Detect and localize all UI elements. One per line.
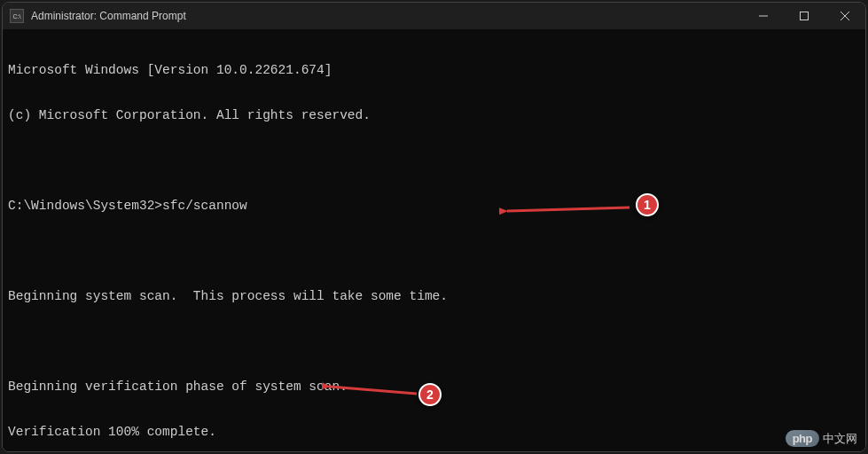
annotation-badge-1: 1 (636, 193, 659, 216)
close-button[interactable] (825, 3, 865, 29)
window-controls (743, 3, 865, 29)
annotation-badge-2: 2 (418, 383, 442, 406)
terminal-line (8, 153, 860, 168)
terminal-line (8, 334, 860, 349)
terminal-line: Verification 100% complete. (8, 425, 860, 440)
terminal-line: C:\Windows\System32>sfc/scannow (8, 199, 860, 214)
watermark: php 中文网 (786, 430, 857, 447)
terminal-line (8, 244, 860, 259)
maximize-button[interactable] (784, 3, 825, 29)
window-title: Administrator: Command Prompt (31, 10, 743, 22)
minimize-icon (759, 12, 768, 20)
minimize-button[interactable] (743, 3, 784, 29)
terminal-line: Microsoft Windows [Version 10.0.22621.67… (8, 63, 860, 78)
watermark-text: 中文网 (823, 431, 857, 447)
close-icon (841, 12, 849, 20)
svg-rect-1 (801, 12, 809, 20)
watermark-logo: php (786, 430, 819, 447)
maximize-icon (800, 12, 809, 20)
titlebar[interactable]: C:\ Administrator: Command Prompt (3, 3, 865, 29)
cmd-icon: C:\ (10, 9, 24, 23)
terminal-line: Beginning system scan. This process will… (8, 289, 860, 304)
terminal-line: (c) Microsoft Corporation. All rights re… (8, 108, 860, 123)
